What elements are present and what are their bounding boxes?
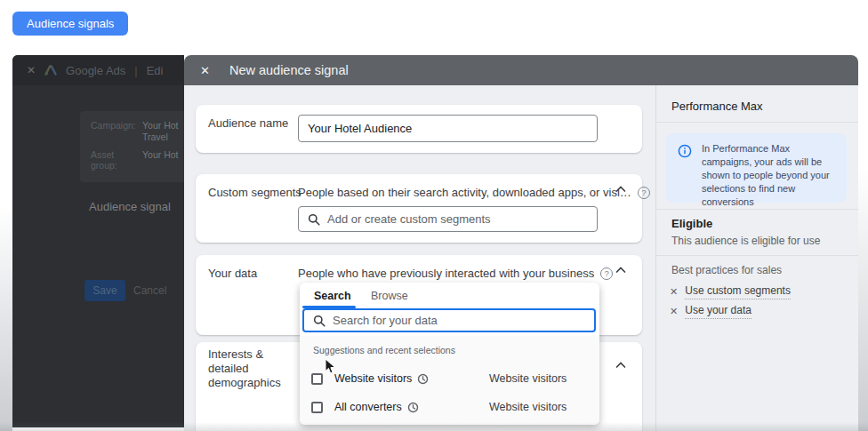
eligible-text: This audience is eligible for use bbox=[671, 235, 820, 247]
asset-group-row: Asset group: Your Hot bbox=[91, 149, 184, 171]
tab-browse[interactable]: Browse bbox=[371, 290, 408, 302]
chevron-up-icon[interactable] bbox=[614, 263, 628, 277]
best-practice-item[interactable]: ✕ Use your data bbox=[670, 304, 751, 319]
checkbox[interactable] bbox=[311, 402, 323, 413]
your-data-dropdown-panel: Search Browse Search for your data Sugge… bbox=[300, 283, 599, 425]
background-app-header: ✕ Google Ads | Edi bbox=[12, 55, 184, 85]
divider bbox=[656, 122, 858, 123]
best-practices-title: Best practices for sales bbox=[671, 264, 782, 276]
suggestion-name: Website visitors bbox=[334, 372, 412, 385]
background-app-panel: ✕ Google Ads | Edi Campaign: Your Hot Tr… bbox=[12, 55, 184, 427]
brand-name: Google Ads bbox=[66, 64, 125, 77]
campaign-label: Campaign: bbox=[91, 120, 142, 143]
frame-left-margin bbox=[0, 55, 12, 431]
recent-clock-icon bbox=[407, 402, 419, 413]
custom-segments-label: Custom segments bbox=[208, 186, 301, 199]
save-button[interactable]: Save bbox=[84, 280, 125, 301]
modal-header: ✕ New audience signal bbox=[184, 55, 858, 85]
sidebar-title: Performance Max bbox=[671, 100, 763, 113]
nav-item-truncated: Edi bbox=[147, 64, 164, 77]
your-data-description-row: People who have previously interacted wi… bbox=[298, 267, 613, 280]
mouse-cursor bbox=[325, 358, 336, 375]
recent-clock-icon bbox=[417, 373, 429, 385]
your-data-search-placeholder: Search for your data bbox=[333, 314, 438, 327]
x-icon: ✕ bbox=[670, 286, 678, 298]
suggestion-name: All converters bbox=[334, 401, 402, 413]
divider bbox=[656, 209, 858, 210]
chevron-up-icon[interactable] bbox=[614, 358, 628, 372]
audience-signals-chip[interactable]: Audience signals bbox=[12, 12, 128, 36]
campaign-row: Campaign: Your Hot Travel bbox=[91, 120, 184, 143]
your-data-description: People who have previously interacted wi… bbox=[298, 267, 594, 280]
best-practice-item[interactable]: ✕ Use custom segments bbox=[670, 284, 791, 299]
chevron-up-icon[interactable] bbox=[614, 182, 628, 196]
best-practice-link[interactable]: Use your data bbox=[685, 304, 751, 319]
your-data-label: Your data bbox=[208, 267, 257, 280]
info-icon bbox=[678, 144, 692, 158]
audience-signals-label: Audience signals bbox=[27, 17, 114, 30]
suggestion-category: Website visitors bbox=[489, 401, 567, 413]
custom-segments-description: People based on their search activity, d… bbox=[298, 186, 631, 199]
modal-title: New audience signal bbox=[229, 63, 349, 77]
search-icon bbox=[308, 213, 320, 226]
help-icon[interactable]: ? bbox=[638, 187, 650, 199]
audience-name-input[interactable] bbox=[298, 115, 598, 142]
google-ads-logo-icon bbox=[44, 65, 57, 76]
tab-search[interactable]: Search bbox=[314, 290, 351, 302]
list-item[interactable]: All converters Website visitors bbox=[311, 399, 589, 415]
interests-demographics-label: Interests & detailed demographics bbox=[208, 347, 301, 390]
campaign-value: Your Hot Travel bbox=[142, 120, 184, 143]
suggestions-section: Suggestions and recent selections Websit… bbox=[300, 336, 599, 425]
divider bbox=[656, 255, 858, 256]
campaign-summary-card: Campaign: Your Hot Travel Asset group: Y… bbox=[80, 111, 184, 182]
help-icon[interactable]: ? bbox=[600, 267, 613, 280]
frame-right-margin bbox=[858, 55, 868, 431]
asset-group-label: Asset group: bbox=[91, 149, 142, 171]
custom-segments-placeholder: Add or create custom segments bbox=[327, 212, 491, 226]
checkbox[interactable] bbox=[311, 373, 323, 385]
close-icon: ✕ bbox=[27, 64, 36, 76]
search-icon bbox=[313, 315, 326, 327]
asset-group-value: Your Hot bbox=[142, 149, 184, 171]
info-text: In Performance Max campaigns, your ads w… bbox=[702, 142, 840, 209]
modal-close-icon[interactable]: ✕ bbox=[200, 64, 210, 77]
header-separator: | bbox=[134, 64, 137, 77]
audience-name-label: Audience name bbox=[208, 116, 288, 130]
suggestions-header: Suggestions and recent selections bbox=[313, 345, 455, 355]
performance-max-info-box: In Performance Max campaigns, your ads w… bbox=[666, 133, 847, 203]
audience-signal-section-title: Audience signal bbox=[89, 200, 171, 213]
x-icon: ✕ bbox=[670, 306, 678, 317]
cancel-button[interactable]: Cancel bbox=[133, 284, 166, 297]
audience-name-card: Audience name bbox=[196, 105, 642, 153]
your-data-search-input[interactable]: Search for your data bbox=[302, 308, 596, 332]
list-item[interactable]: Website visitors Website visitors bbox=[311, 371, 589, 387]
suggestion-category: Website visitors bbox=[489, 372, 567, 385]
custom-segments-card: Custom segments People based on their se… bbox=[196, 174, 642, 243]
eligible-title: Eligible bbox=[671, 217, 712, 230]
custom-segments-description-row: People based on their search activity, d… bbox=[298, 186, 650, 199]
best-practice-link[interactable]: Use custom segments bbox=[685, 284, 791, 299]
custom-segments-search-box[interactable]: Add or create custom segments bbox=[298, 206, 598, 232]
